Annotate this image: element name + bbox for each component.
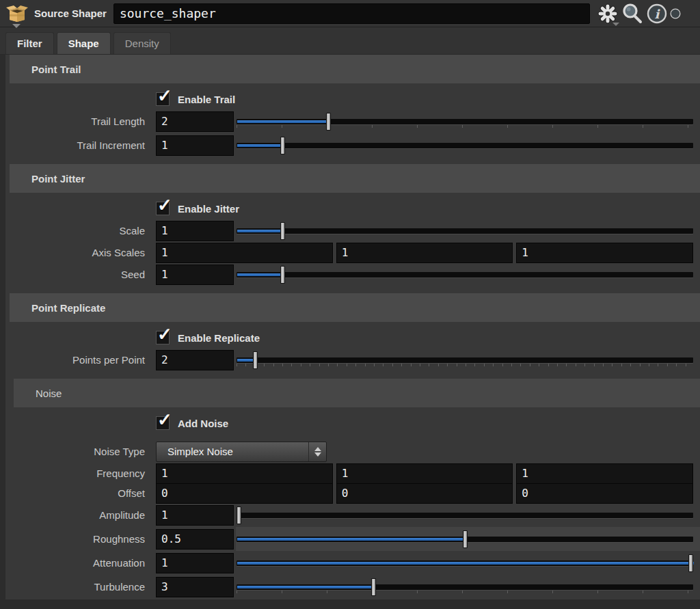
node-type-label: Source Shaper — [34, 8, 107, 19]
section-header-noise[interactable]: Noise — [14, 379, 700, 407]
turbulence-label: Turbulence — [5, 581, 156, 593]
amplitude-slider[interactable] — [237, 505, 693, 526]
points-per-point-label: Points per Point — [5, 354, 156, 366]
noise-type-row: Noise Type Simplex Noise — [5, 439, 700, 463]
axis-scales-row: Axis Scales — [5, 243, 700, 262]
tab-filter[interactable]: Filter — [5, 32, 54, 54]
trail-increment-slider[interactable] — [237, 135, 693, 156]
amplitude-row: Amplitude — [5, 503, 700, 527]
enable-replicate-label: Enable Replicate — [178, 332, 260, 344]
jitter-seed-slider[interactable] — [237, 265, 693, 285]
frequency-z-field[interactable] — [516, 463, 693, 484]
trail-increment-field[interactable] — [156, 135, 234, 156]
box-icon[interactable] — [5, 2, 29, 25]
trail-length-label: Trail Length — [5, 116, 156, 127]
points-per-point-slider[interactable] — [237, 350, 693, 370]
jitter-scale-field[interactable] — [156, 221, 234, 241]
slider-handle[interactable] — [280, 222, 285, 240]
roughness-row: Roughness — [5, 527, 700, 551]
info-icon[interactable]: i — [645, 1, 669, 26]
frequency-row: Frequency — [5, 463, 700, 483]
slider-handle[interactable] — [688, 554, 693, 572]
gear-menu-arrow-icon — [612, 23, 619, 26]
axis-scales-y-field[interactable] — [336, 243, 513, 263]
node-header-bar: Source Shaper — [0, 0, 700, 27]
jitter-seed-row: Seed — [5, 262, 700, 286]
jitter-scale-label: Scale — [5, 225, 156, 236]
enable-trail-checkbox[interactable]: ✓ — [156, 92, 170, 106]
enable-trail-label: Enable Trail — [178, 94, 235, 105]
enable-trail-row: ✓ Enable Trail — [5, 89, 700, 109]
axis-scales-z-field[interactable] — [516, 243, 693, 263]
enable-jitter-label: Enable Jitter — [178, 203, 239, 215]
jitter-seed-label: Seed — [5, 269, 156, 280]
section-point-trail: ✓ Enable Trail Trail Length Trail Increm… — [5, 83, 700, 164]
add-noise-checkbox[interactable]: ✓ — [156, 416, 170, 430]
points-per-point-row: Points per Point — [5, 348, 700, 372]
frequency-label: Frequency — [5, 468, 156, 479]
section-point-jitter: ✓ Enable Jitter Scale Axis Scales Seed — [5, 193, 700, 293]
slider-handle[interactable] — [253, 351, 258, 369]
noise-type-dropdown[interactable]: Simplex Noise — [156, 442, 327, 462]
attenuation-slider[interactable] — [237, 553, 693, 573]
enable-replicate-checkbox[interactable]: ✓ — [156, 331, 170, 344]
enable-jitter-row: ✓ Enable Jitter — [5, 198, 700, 219]
roughness-field[interactable] — [156, 529, 234, 550]
section-point-replicate: ✓ Enable Replicate Points per Point — [5, 322, 700, 379]
checkmark-icon: ✓ — [157, 325, 172, 343]
attenuation-row: Attenuation — [5, 551, 700, 575]
add-noise-label: Add Noise — [178, 418, 228, 429]
amplitude-label: Amplitude — [5, 509, 156, 521]
slider-handle[interactable] — [371, 578, 376, 596]
attenuation-field[interactable] — [156, 553, 234, 573]
jitter-seed-field[interactable] — [156, 265, 234, 285]
amplitude-field[interactable] — [156, 505, 234, 526]
offset-y-field[interactable] — [336, 483, 513, 504]
frequency-x-field[interactable] — [156, 463, 333, 484]
dropdown-arrows-icon — [308, 442, 326, 461]
enable-jitter-checkbox[interactable]: ✓ — [156, 202, 170, 215]
help-icon-partial[interactable] — [669, 1, 682, 26]
trail-length-field[interactable] — [156, 111, 234, 132]
checkmark-icon: ✓ — [157, 87, 172, 105]
node-name-input[interactable] — [113, 3, 590, 24]
jitter-scale-row: Scale — [5, 219, 700, 243]
offset-z-field[interactable] — [516, 483, 693, 504]
add-noise-row: ✓ Add Noise — [5, 413, 700, 433]
topbar-icons: i — [595, 1, 682, 26]
axis-scales-label: Axis Scales — [5, 247, 156, 258]
turbulence-slider[interactable] — [237, 577, 693, 597]
tab-shape[interactable]: Shape — [57, 32, 111, 54]
slider-handle[interactable] — [280, 266, 285, 284]
enable-replicate-row: ✓ Enable Replicate — [5, 327, 700, 348]
axis-scales-x-field[interactable] — [156, 243, 333, 263]
trail-length-row: Trail Length — [5, 109, 700, 133]
trail-length-slider[interactable] — [237, 111, 693, 132]
slider-handle[interactable] — [326, 113, 331, 131]
section-header-point-trail[interactable]: Point Trail — [10, 55, 700, 83]
turbulence-field[interactable] — [156, 577, 234, 597]
parameter-pane: Point Trail ✓ Enable Trail Trail Length … — [5, 55, 700, 599]
checkmark-icon: ✓ — [157, 411, 172, 429]
jitter-scale-slider[interactable] — [237, 221, 693, 241]
search-icon[interactable] — [620, 1, 645, 26]
offset-row: Offset — [5, 483, 700, 503]
slider-handle[interactable] — [237, 506, 241, 524]
slider-handle[interactable] — [280, 137, 285, 154]
slider-handle[interactable] — [463, 530, 468, 548]
frequency-y-field[interactable] — [336, 463, 513, 484]
offset-label: Offset — [5, 487, 156, 499]
points-per-point-field[interactable] — [156, 350, 234, 370]
attenuation-label: Attenuation — [5, 557, 156, 569]
node-menu-arrow-icon[interactable] — [12, 24, 21, 28]
trail-increment-label: Trail Increment — [5, 139, 156, 151]
tab-density[interactable]: Density — [113, 32, 171, 54]
parameter-tab-bar: Filter Shape Density — [0, 27, 700, 55]
roughness-slider[interactable] — [237, 529, 693, 550]
turbulence-row: Turbulence — [5, 575, 700, 599]
section-header-point-jitter[interactable]: Point Jitter — [10, 164, 700, 193]
section-noise: ✓ Add Noise Noise Type Simplex Noise Fre… — [5, 407, 700, 606]
gear-icon[interactable] — [595, 1, 620, 26]
section-header-point-replicate[interactable]: Point Replicate — [10, 293, 700, 322]
offset-x-field[interactable] — [156, 483, 333, 504]
